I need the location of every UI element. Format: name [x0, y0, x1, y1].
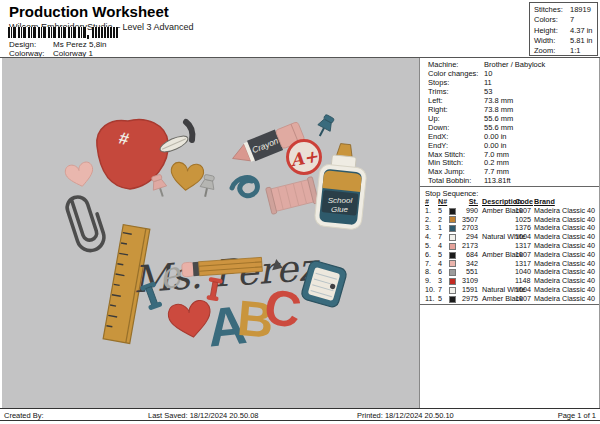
- machine-info-section: Machine:Brother / Babylock Color changes…: [420, 58, 599, 187]
- summary-row: Zoom:1:1: [534, 46, 597, 56]
- created-by-label: Created By:: [4, 411, 44, 420]
- thread-color-swatch: [449, 278, 456, 285]
- glue-bottle: School Glue: [314, 142, 370, 230]
- thread-color-swatch: [449, 225, 456, 232]
- stop-sequence-row: 11.52975Amber Black1007Madeira Classic 4…: [420, 295, 599, 304]
- summary-label: Colors:: [534, 15, 570, 25]
- machine-row: Total Bobbin:113.81ft: [428, 177, 599, 186]
- machine-value: Brother / Babylock: [484, 61, 545, 70]
- summary-row: Colors:7: [534, 15, 597, 25]
- machine-label: Total Bobbin:: [428, 177, 484, 186]
- thread-color-swatch: [449, 234, 456, 241]
- machine-row: Up:55.6 mm: [428, 115, 599, 124]
- stop-sequence-section: Stop Sequence: # N# St. Description Code…: [420, 187, 599, 305]
- thread-color-swatch: [449, 269, 456, 276]
- last-saved-text: Last Saved: 18/12/2024 20.50.08: [148, 411, 259, 420]
- glue-label-line2: Glue: [331, 205, 348, 214]
- design-canvas: #: [2, 58, 419, 408]
- teal-pushpin: [314, 113, 337, 139]
- design-label: Design:: [9, 40, 53, 49]
- thread-color-swatch: [449, 252, 456, 259]
- thread-color-swatch: [449, 287, 456, 294]
- summary-label: Stitches:: [534, 5, 570, 15]
- design-row: Design: Ms Perez 5,8in: [9, 40, 106, 49]
- machine-row: Trims:53: [428, 88, 599, 97]
- summary-label: Height:: [534, 26, 570, 36]
- summary-row: Stitches:18919: [534, 5, 597, 15]
- thread-spool: [266, 177, 319, 215]
- barcode-group-2: [92, 27, 118, 38]
- summary-row: Height:4.37 in: [534, 26, 597, 36]
- page-title: Production Worksheet: [9, 3, 169, 20]
- barcode-group-1: [8, 27, 87, 38]
- printed-text: Printed: 18/12/2024 20.50.10: [357, 411, 454, 420]
- machine-row: Left:73.8 mm: [428, 97, 599, 106]
- summary-row: Width:5.81 in: [534, 36, 597, 46]
- pink-pushpin: [149, 173, 169, 198]
- thread-color-swatch: [449, 296, 456, 303]
- a-plus-badge: A+: [288, 141, 321, 174]
- thread-color-swatch: [449, 243, 456, 250]
- footer: Created By: Last Saved: 18/12/2024 20.50…: [0, 408, 600, 421]
- teal-squiggle: [232, 178, 257, 196]
- summary-value: 7: [570, 15, 574, 25]
- production-worksheet-page: Production Worksheet Wilcom EmbroiderySt…: [0, 0, 600, 424]
- gold-heart-motif: [169, 162, 204, 192]
- machine-value: 113.81ft: [484, 177, 511, 186]
- summary-value: 4.37 in: [570, 26, 593, 36]
- summary-label: Zoom:: [534, 46, 570, 56]
- machine-row: EndX:0.00 in: [428, 133, 599, 142]
- paperclip-motif: [64, 192, 107, 254]
- summary-value: 1:1: [570, 46, 580, 56]
- design-value: Ms Perez 5,8in: [53, 40, 106, 49]
- machine-row: Stops:11: [428, 79, 599, 88]
- barcode-comma: [87, 35, 89, 39]
- page-number: Page 1 of 1: [558, 411, 596, 420]
- pink-heart-motif: [64, 161, 96, 189]
- summary-value: 5.81 in: [570, 36, 593, 46]
- machine-row: Right:73.8 mm: [428, 106, 599, 115]
- summary-label: Width:: [534, 36, 570, 46]
- thread-color-swatch: [449, 260, 456, 267]
- summary-value: 18919: [570, 5, 591, 15]
- embroidery-design: #: [2, 58, 419, 408]
- thread-color-swatch: [449, 208, 456, 215]
- info-panel: Machine:Brother / Babylock Color changes…: [419, 58, 600, 408]
- summary-box: Stitches:18919 Colors:7 Height:4.37 in W…: [529, 2, 598, 56]
- thread-color-swatch: [449, 216, 456, 223]
- glue-label-line1: School: [328, 196, 353, 205]
- machine-row: Color changes:10: [428, 70, 599, 79]
- machine-row: Down:55.6 mm: [428, 124, 599, 133]
